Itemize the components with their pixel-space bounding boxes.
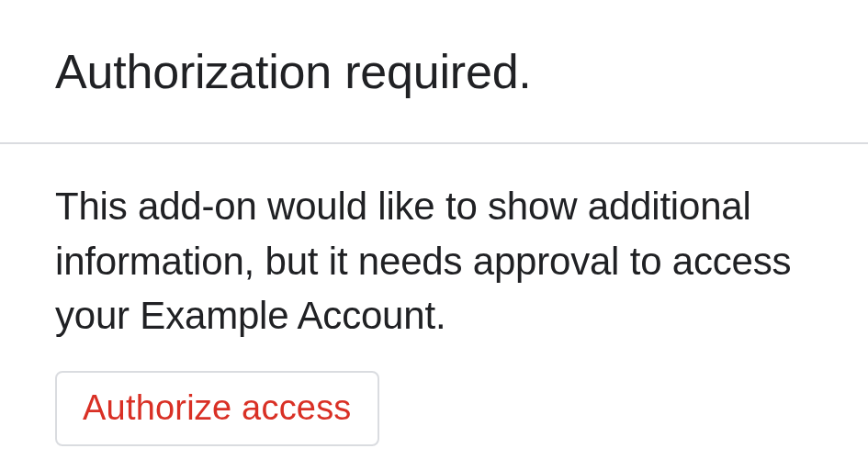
action-row: Authorize access [55,371,813,446]
authorization-message: This add-on would like to show additiona… [55,179,813,343]
content-section: This add-on would like to show additiona… [0,144,868,446]
page-title: Authorization required. [55,46,813,98]
authorization-panel: Authorization required. This add-on woul… [0,0,868,471]
header-section: Authorization required. [0,0,868,142]
authorize-access-button[interactable]: Authorize access [55,371,379,446]
